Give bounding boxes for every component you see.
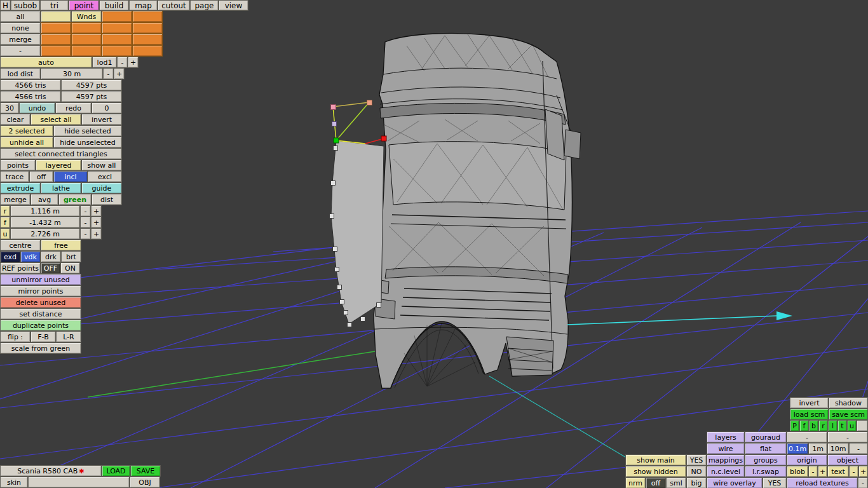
rb-n-c-level[interactable]: n.c.level	[707, 466, 745, 477]
rb-minus[interactable]: -	[787, 431, 827, 443]
rt-row-1: load scmsave scm	[790, 409, 868, 420]
rb-minus[interactable]: -	[827, 431, 868, 443]
rt-t[interactable]: t	[837, 420, 847, 431]
rb-text[interactable]: text	[827, 466, 849, 477]
rb-minus[interactable]: -	[849, 443, 868, 454]
rb-flat[interactable]: flat	[745, 443, 787, 454]
rb-row-4: nrmoffsmlbigwire overlayYESreload textur…	[625, 477, 868, 488]
rb-object[interactable]: object	[827, 454, 868, 466]
rb-yes[interactable]: YES	[686, 454, 707, 466]
rb-wire-overlay[interactable]: wire overlay	[707, 477, 763, 488]
rb-no[interactable]: NO	[686, 466, 707, 477]
rb-nrm[interactable]: nrm	[625, 477, 646, 488]
right-panels: invertshadowload scmsave scmPfbrltulayer…	[0, 0, 868, 488]
rt-f[interactable]: f	[799, 420, 809, 431]
rb-reload-textures[interactable]: reload textures	[787, 477, 858, 488]
rt-blank	[857, 420, 868, 431]
rb-1m[interactable]: 1m	[808, 443, 827, 454]
rt-invert[interactable]: invert	[790, 397, 829, 409]
rb-row-0: layersgouraud--	[707, 431, 868, 443]
rb-row-3: show hiddenNOn.c.levell.r.swapblob-+text…	[625, 466, 868, 477]
rb-row-2: show mainYESmappingsgroupsoriginobject	[625, 454, 868, 466]
rt-b[interactable]: b	[809, 420, 818, 431]
rb-mappings[interactable]: mappings	[707, 454, 745, 466]
rb-l-r-swap[interactable]: l.r.swap	[745, 466, 787, 477]
rb-row-1: wireflat0.1m1m10m-	[707, 443, 868, 454]
rb-off[interactable]: off	[646, 477, 666, 488]
rb-plus[interactable]: +	[858, 466, 868, 477]
rb-minus[interactable]: -	[849, 466, 858, 477]
rb-show-main[interactable]: show main	[625, 454, 686, 466]
rb-yes[interactable]: YES	[763, 477, 787, 488]
rt-load-scm[interactable]: load scm	[790, 409, 829, 420]
rb-gouraud[interactable]: gouraud	[745, 431, 787, 443]
rt-p[interactable]: P	[790, 420, 799, 431]
rb-plus[interactable]: +	[818, 466, 827, 477]
rt-r[interactable]: r	[818, 420, 828, 431]
rb-minus[interactable]: -	[858, 477, 868, 488]
rb-wire[interactable]: wire	[707, 443, 745, 454]
rt-save-scm[interactable]: save scm	[829, 409, 868, 420]
rb-show-hidden[interactable]: show hidden	[625, 466, 686, 477]
rt-l[interactable]: l	[828, 420, 837, 431]
rt-shadow[interactable]: shadow	[829, 397, 868, 409]
rt-row-2: Pfbrltu	[790, 420, 868, 431]
rt-row-0: invertshadow	[790, 397, 868, 409]
rb-10m[interactable]: 10m	[827, 443, 849, 454]
rb-sml[interactable]: sml	[666, 477, 686, 488]
rb-big[interactable]: big	[686, 477, 707, 488]
rb-minus[interactable]: -	[808, 466, 818, 477]
rb-0-1m[interactable]: 0.1m	[787, 443, 808, 454]
rb-blob[interactable]: blob	[787, 466, 808, 477]
rb-groups[interactable]: groups	[745, 454, 787, 466]
rb-origin[interactable]: origin	[787, 454, 827, 466]
rb-layers[interactable]: layers	[707, 431, 745, 443]
rt-u[interactable]: u	[847, 420, 857, 431]
